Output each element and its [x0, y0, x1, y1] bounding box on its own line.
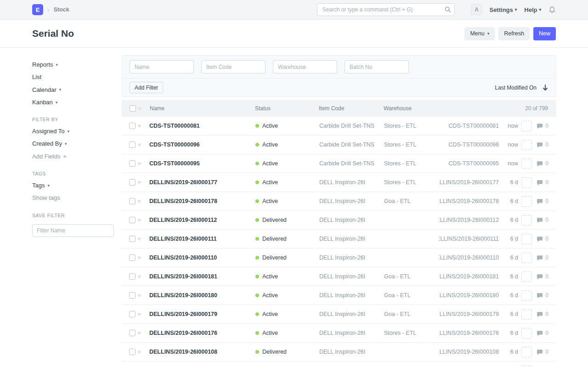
table-row[interactable]: ♥ DELLINS/2019-26I000178 Active DELL Ins… [122, 192, 556, 211]
table-row[interactable]: ♥ CDS-TST00000081 Active Carbide Drill S… [122, 117, 556, 136]
like-heart-icon[interactable]: ♥ [137, 141, 149, 148]
row-checkbox[interactable] [129, 292, 136, 299]
assign-avatar-placeholder[interactable] [521, 121, 532, 131]
menu-button[interactable]: Menu ▾ [464, 27, 495, 40]
liked-filter-heart-icon[interactable]: ♥ [138, 105, 150, 112]
row-checkbox[interactable] [129, 123, 136, 129]
settings-menu[interactable]: Settings ▾ [489, 6, 517, 13]
show-tags-button[interactable]: Show tags [32, 195, 122, 201]
batch-no-filter-input[interactable] [345, 60, 409, 73]
sidebar-item-list[interactable]: List [32, 74, 122, 80]
row-checkbox[interactable] [129, 311, 136, 317]
row-name-link[interactable]: DELLINS/2019-26I000181 [149, 273, 255, 280]
row-name-link[interactable]: DELLINS/2019-26I000177 [149, 179, 255, 186]
like-heart-icon[interactable]: ♥ [137, 311, 149, 317]
sidebar-item-reports[interactable]: Reports ▾ [32, 62, 122, 68]
column-header-name[interactable]: Name [150, 105, 255, 112]
help-menu[interactable]: Help ▾ [524, 6, 541, 13]
global-search-input[interactable] [317, 3, 455, 16]
like-heart-icon[interactable]: ♥ [137, 254, 149, 261]
like-heart-icon[interactable]: ♥ [137, 273, 149, 280]
like-heart-icon[interactable]: ♥ [137, 179, 149, 186]
table-row[interactable]: ♥ DELLINS/2019-26I000176 Active DELL Ins… [122, 324, 556, 343]
assign-avatar-placeholder[interactable] [521, 234, 532, 244]
breadcrumb[interactable]: Stock [54, 6, 69, 13]
table-row[interactable]: ♥ DELLINS/2019-26I000109 Delivered DELL … [122, 361, 556, 367]
row-checkbox[interactable] [129, 273, 136, 280]
add-fields-button[interactable]: Add Fields + [32, 153, 122, 160]
table-row[interactable]: ♥ DELLINS/2019-26I000177 Active DELL Ins… [122, 173, 556, 192]
like-heart-icon[interactable]: ♥ [137, 160, 149, 167]
like-heart-icon[interactable]: ♥ [137, 217, 149, 223]
row-checkbox[interactable] [129, 198, 136, 204]
row-name-link[interactable]: CDS-TST00000081 [149, 123, 255, 129]
refresh-button[interactable]: Refresh [498, 27, 530, 40]
like-heart-icon[interactable]: ♥ [137, 349, 149, 355]
table-row[interactable]: ♥ DELLINS/2019-26I000181 Active DELL Ins… [122, 267, 556, 286]
assign-avatar-placeholder[interactable] [521, 328, 532, 339]
notifications-bell-icon[interactable] [548, 6, 556, 14]
row-name-link[interactable]: CDS-TST00000096 [149, 141, 255, 148]
row-name-link[interactable]: DELLINS/2019-26I000110 [149, 254, 255, 261]
table-row[interactable]: ♥ DELLINS/2019-26I000179 Active DELL Ins… [122, 305, 556, 324]
row-name-link[interactable]: DELLINS/2019-26I000179 [149, 311, 255, 317]
sidebar-item-kanban[interactable]: Kanban ▾ [32, 99, 122, 106]
user-avatar[interactable]: A [471, 4, 482, 15]
row-checkbox[interactable] [129, 236, 136, 242]
like-heart-icon[interactable]: ♥ [137, 236, 149, 242]
assign-avatar-placeholder[interactable] [521, 309, 532, 320]
row-checkbox[interactable] [129, 179, 136, 186]
assign-avatar-placeholder[interactable] [521, 177, 532, 188]
sort-field-selector[interactable]: Last Modified On [495, 85, 537, 91]
add-filter-button[interactable]: Add Filter [130, 82, 163, 93]
table-row[interactable]: ♥ DELLINS/2019-26I000111 Delivered DELL … [122, 230, 556, 248]
table-row[interactable]: ♥ CDS-TST00000096 Active Carbide Drill S… [122, 136, 556, 154]
sidebar-item-assigned-to[interactable]: Assigned To ▾ [32, 128, 122, 135]
like-heart-icon[interactable]: ♥ [137, 123, 149, 129]
assign-avatar-placeholder[interactable] [521, 366, 532, 367]
row-name-link[interactable]: DELLINS/2019-26I000176 [149, 330, 255, 336]
name-filter-input[interactable] [130, 60, 194, 73]
assign-avatar-placeholder[interactable] [521, 253, 532, 263]
record-count[interactable]: 20 of 799 [439, 105, 555, 112]
row-name-link[interactable]: DELLINS/2019-26I000108 [149, 349, 255, 355]
row-status: Active [255, 160, 319, 167]
row-name-link[interactable]: DELLINS/2019-26I000111 [149, 236, 255, 242]
row-name-link[interactable]: CDS-TST00000095 [149, 160, 255, 167]
like-heart-icon[interactable]: ♥ [137, 198, 149, 204]
assign-avatar-placeholder[interactable] [521, 215, 532, 226]
app-logo[interactable]: E [32, 4, 43, 15]
new-button[interactable]: New [533, 27, 556, 40]
table-row[interactable]: ♥ DELLINS/2019-26I000108 Delivered DELL … [122, 343, 556, 361]
row-checkbox[interactable] [129, 330, 136, 336]
like-heart-icon[interactable]: ♥ [137, 330, 149, 336]
table-row[interactable]: ♥ DELLINS/2019-26I000180 Active DELL Ins… [122, 286, 556, 305]
sort-direction-icon[interactable] [543, 85, 548, 91]
row-checkbox[interactable] [129, 254, 136, 261]
assign-avatar-placeholder[interactable] [521, 140, 532, 150]
row-checkbox[interactable] [129, 217, 136, 223]
sidebar-item-created-by[interactable]: Created By ▾ [32, 141, 122, 147]
table-row[interactable]: ♥ DELLINS/2019-26I000110 Delivered DELL … [122, 248, 556, 267]
table-row[interactable]: ♥ CDS-TST00000095 Active Carbide Drill S… [122, 154, 556, 173]
table-row[interactable]: ♥ DELLINS/2019-26I000112 Delivered DELL … [122, 211, 556, 230]
warehouse-filter-input[interactable] [273, 60, 337, 73]
item-code-filter-input[interactable] [201, 60, 266, 73]
assign-avatar-placeholder[interactable] [521, 158, 532, 169]
row-checkbox[interactable] [129, 160, 136, 167]
row-name-link[interactable]: DELLINS/2019-26I000112 [149, 217, 255, 223]
row-name-link[interactable]: DELLINS/2019-26I000178 [149, 198, 255, 204]
assign-avatar-placeholder[interactable] [521, 290, 532, 301]
search-icon[interactable] [444, 6, 451, 15]
row-checkbox[interactable] [129, 349, 136, 355]
assign-avatar-placeholder[interactable] [521, 271, 532, 282]
sidebar-item-calendar[interactable]: Calendar ▾ [32, 87, 122, 93]
like-heart-icon[interactable]: ♥ [137, 292, 149, 299]
assign-avatar-placeholder[interactable] [521, 347, 532, 357]
select-all-checkbox[interactable] [130, 105, 136, 112]
filter-name-input[interactable] [32, 224, 114, 237]
sidebar-item-tags[interactable]: Tags ▾ [32, 182, 122, 189]
row-name-link[interactable]: DELLINS/2019-26I000180 [149, 292, 255, 299]
assign-avatar-placeholder[interactable] [521, 196, 532, 207]
row-checkbox[interactable] [129, 141, 136, 148]
